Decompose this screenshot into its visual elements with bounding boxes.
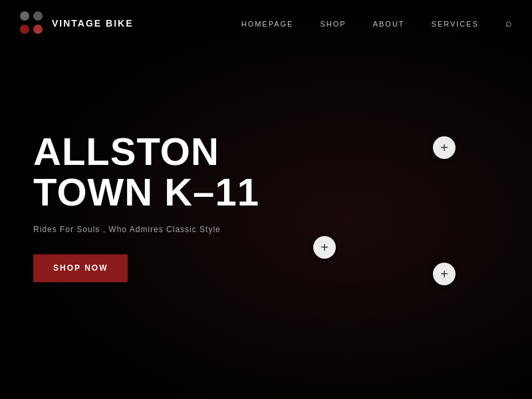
logo-dot-tl [20, 11, 29, 21]
hero-title: ALLSTON TOWN K–11 [33, 132, 259, 213]
nav-link-about[interactable]: About [373, 20, 405, 28]
plus-icon-1: + [440, 140, 448, 156]
nav-links: Homepage Shop About Services [241, 17, 479, 29]
navbar: VINTAGE BIKE Homepage Shop About Service… [0, 0, 532, 47]
nav-item-homepage[interactable]: Homepage [241, 17, 294, 29]
hotspot-3[interactable]: + [433, 263, 456, 285]
nav-link-services[interactable]: Services [432, 20, 479, 28]
hero-content: ALLSTON TOWN K–11 Rides For Souls , Who … [33, 132, 259, 282]
nav-link-shop[interactable]: Shop [320, 20, 346, 28]
plus-icon-3: + [440, 267, 448, 282]
hotspot-1[interactable]: + [433, 136, 456, 159]
svg-line-35 [467, 228, 532, 265]
brand-name: VINTAGE BIKE [52, 18, 134, 29]
logo-icon [20, 11, 44, 35]
logo-area: VINTAGE BIKE [20, 11, 134, 35]
hero-title-line2: TOWN K–11 [33, 170, 259, 213]
plus-icon-2: + [321, 240, 329, 255]
logo-dot-tr [33, 11, 43, 21]
logo-dot-bl [20, 25, 29, 34]
svg-line-33 [462, 223, 524, 260]
nav-item-about[interactable]: About [373, 17, 405, 29]
nav-item-services[interactable]: Services [432, 17, 479, 29]
hotspot-2[interactable]: + [313, 236, 336, 259]
hero-subtitle: Rides For Souls , Who Admires Classic St… [33, 225, 259, 234]
logo-dot-br [33, 25, 43, 34]
shop-now-button[interactable]: SHOP NOW [33, 254, 128, 282]
svg-line-17 [321, 273, 360, 338]
search-button[interactable]: ⌕ [505, 17, 512, 29]
hero-title-line1: ALLSTON [33, 130, 219, 173]
nav-link-homepage[interactable]: Homepage [241, 20, 294, 28]
search-icon: ⌕ [505, 17, 512, 29]
svg-line-29 [465, 210, 517, 263]
nav-item-shop[interactable]: Shop [320, 17, 346, 29]
